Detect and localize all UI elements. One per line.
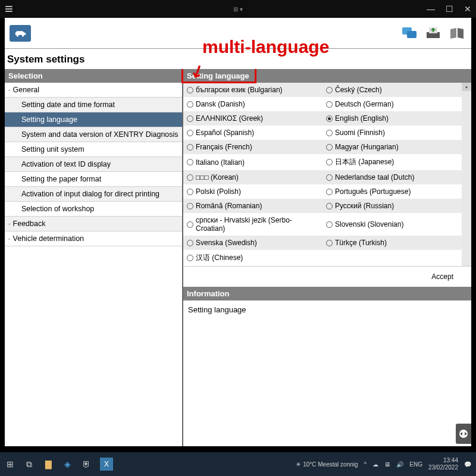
language-option[interactable]: Polski (Polish) bbox=[183, 184, 322, 199]
language-label: Português (Portuguese) bbox=[335, 187, 411, 196]
radio-icon[interactable] bbox=[326, 221, 333, 228]
book-icon[interactable] bbox=[447, 25, 466, 42]
radio-icon[interactable] bbox=[187, 101, 193, 108]
tray-volume-icon[interactable]: 🔊 bbox=[396, 461, 403, 468]
tray-display-icon[interactable]: 🖥 bbox=[384, 461, 390, 468]
weather-widget[interactable]: ☀ 10°C Meestal zonnig bbox=[296, 461, 358, 468]
teamviewer-side-icon[interactable] bbox=[456, 424, 471, 444]
taskview-icon[interactable]: ⧉ bbox=[24, 459, 35, 469]
svg-rect-3 bbox=[407, 31, 416, 38]
main-panel: Setting language български език (Bulgari… bbox=[183, 69, 471, 446]
tree-item[interactable]: Setting the paper format bbox=[5, 172, 182, 187]
language-label: Český (Czech) bbox=[335, 86, 382, 94]
explorer-icon[interactable]: ▇ bbox=[43, 459, 54, 469]
language-label: Nederlandse taal (Dutch) bbox=[335, 173, 414, 181]
tree-item[interactable]: Activation of text ID display bbox=[5, 157, 182, 172]
tree-item[interactable]: Setting date and time format bbox=[5, 98, 182, 112]
radio-icon[interactable] bbox=[187, 255, 193, 261]
info-body: Setting language bbox=[183, 300, 471, 319]
teamviewer-icon[interactable]: ◈ bbox=[62, 459, 73, 469]
language-option[interactable]: Deutsch (German) bbox=[322, 97, 462, 111]
notifications-icon[interactable]: 💬 bbox=[464, 461, 471, 468]
print-icon[interactable] bbox=[424, 25, 443, 42]
titlebar: ≡ ⊞ ▾ — ☐ ✕ bbox=[0, 0, 476, 18]
radio-icon[interactable] bbox=[326, 240, 333, 246]
tree-item[interactable]: System and data version of XENTRY Diagno… bbox=[5, 127, 182, 142]
language-label: български език (Bulgarian) bbox=[196, 86, 283, 94]
radio-icon[interactable] bbox=[187, 203, 193, 209]
language-option[interactable]: Suomi (Finnish) bbox=[322, 126, 462, 140]
language-option[interactable]: Español (Spanish) bbox=[183, 126, 322, 140]
language-label: Français (French) bbox=[196, 143, 252, 151]
language-option[interactable]: Magyar (Hungarian) bbox=[322, 140, 462, 154]
language-option[interactable]: български език (Bulgarian) bbox=[183, 83, 322, 97]
app-icon[interactable]: X bbox=[100, 458, 113, 471]
tray-chevron-icon[interactable]: ^ bbox=[364, 461, 367, 468]
language-option[interactable]: 日本語 (Japanese) bbox=[322, 154, 462, 170]
tree-group[interactable]: General bbox=[5, 83, 182, 98]
maximize-button[interactable]: ☐ bbox=[446, 4, 453, 14]
language-option[interactable]: ΕΛΛΗΝΙΚΟΣ (Greek) bbox=[183, 111, 322, 126]
language-option[interactable]: Nederlandse taal (Dutch) bbox=[322, 170, 462, 184]
accept-button[interactable]: Accept bbox=[431, 273, 453, 281]
language-label: Español (Spanish) bbox=[196, 129, 254, 137]
language-option[interactable]: Français (French) bbox=[183, 140, 322, 154]
clock[interactable]: 13:44 23/02/2022 bbox=[428, 457, 458, 471]
radio-icon[interactable] bbox=[326, 130, 333, 136]
language-option[interactable]: English (English) bbox=[322, 111, 462, 126]
tree-group[interactable]: Feedback bbox=[5, 217, 182, 231]
radio-icon[interactable] bbox=[187, 240, 193, 246]
radio-icon[interactable] bbox=[326, 203, 333, 209]
info-header: Information bbox=[183, 287, 471, 300]
tree-item[interactable]: Selection of workshop bbox=[5, 202, 182, 217]
language-option[interactable]: Română (Romanian) bbox=[183, 199, 322, 213]
annotation-label: multi-language bbox=[202, 37, 329, 57]
radio-icon[interactable] bbox=[326, 115, 333, 122]
chat-icon[interactable] bbox=[400, 25, 419, 42]
language-option[interactable]: Português (Portuguese) bbox=[322, 184, 462, 199]
language-label: Italiano (Italian) bbox=[196, 158, 245, 167]
radio-icon[interactable] bbox=[187, 87, 193, 93]
radio-icon[interactable] bbox=[326, 101, 333, 108]
radio-icon[interactable] bbox=[326, 159, 333, 165]
radio-icon[interactable] bbox=[187, 115, 193, 122]
radio-icon[interactable] bbox=[326, 189, 333, 195]
language-option[interactable]: □□□ (Korean) bbox=[183, 170, 322, 184]
language-option[interactable]: Türkçe (Turkish) bbox=[322, 236, 462, 250]
tree-item[interactable]: Setting language bbox=[5, 112, 182, 127]
language-option[interactable]: Svenska (Swedish) bbox=[183, 236, 322, 250]
language-indicator[interactable]: ENG bbox=[409, 461, 422, 468]
radio-icon[interactable] bbox=[326, 174, 333, 181]
radio-icon[interactable] bbox=[187, 144, 193, 151]
titlebar-center: ⊞ ▾ bbox=[233, 6, 243, 12]
language-option[interactable]: Italiano (Italian) bbox=[183, 154, 322, 170]
language-option[interactable]: Slovenski (Slovenian) bbox=[322, 213, 462, 236]
tree-item[interactable]: Activation of input dialog for direct pr… bbox=[5, 187, 182, 202]
language-label: Deutsch (German) bbox=[335, 100, 394, 108]
radio-icon[interactable] bbox=[187, 130, 193, 136]
radio-icon[interactable] bbox=[187, 159, 193, 165]
close-button[interactable]: ✕ bbox=[464, 4, 471, 14]
language-label: Dansk (Danish) bbox=[196, 100, 245, 108]
start-button[interactable]: ⊞ bbox=[5, 459, 15, 469]
tree-group[interactable]: Vehicle determination bbox=[5, 231, 182, 246]
radio-icon[interactable] bbox=[187, 174, 193, 181]
menu-icon[interactable]: ≡ bbox=[5, 2, 13, 16]
language-label: српски - Hrvatski jezik (Serbo-Croatian) bbox=[196, 216, 319, 233]
radio-icon[interactable] bbox=[326, 144, 333, 151]
language-option[interactable]: Dansk (Danish) bbox=[183, 97, 322, 111]
radio-icon[interactable] bbox=[187, 221, 193, 228]
language-option[interactable]: Český (Czech) bbox=[322, 83, 462, 97]
radio-icon[interactable] bbox=[326, 87, 333, 93]
scrollbar[interactable]: ▴ bbox=[462, 83, 471, 266]
language-option[interactable]: српски - Hrvatski jezik (Serbo-Croatian) bbox=[183, 213, 322, 236]
tree-item[interactable]: Setting unit system bbox=[5, 142, 182, 157]
language-option[interactable]: Русский (Russian) bbox=[322, 199, 462, 213]
minimize-button[interactable]: — bbox=[427, 4, 435, 14]
radio-icon[interactable] bbox=[187, 189, 193, 195]
language-label: English (English) bbox=[335, 114, 389, 123]
shield-icon[interactable]: ⛨ bbox=[81, 459, 92, 469]
language-option[interactable]: 汉语 (Chinese) bbox=[183, 250, 322, 266]
car-icon[interactable] bbox=[10, 25, 31, 42]
tray-cloud-icon[interactable]: ☁ bbox=[372, 461, 378, 468]
